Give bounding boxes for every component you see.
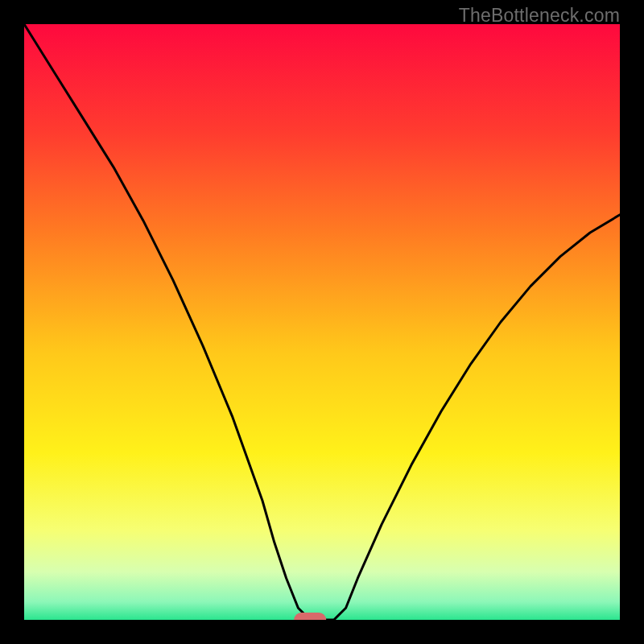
watermark-text: TheBottleneck.com [459,5,620,27]
plot-area [24,24,620,620]
optimal-marker [294,613,326,620]
chart-frame: TheBottleneck.com [0,0,644,644]
chart-svg [24,24,620,620]
gradient-background [24,24,620,620]
